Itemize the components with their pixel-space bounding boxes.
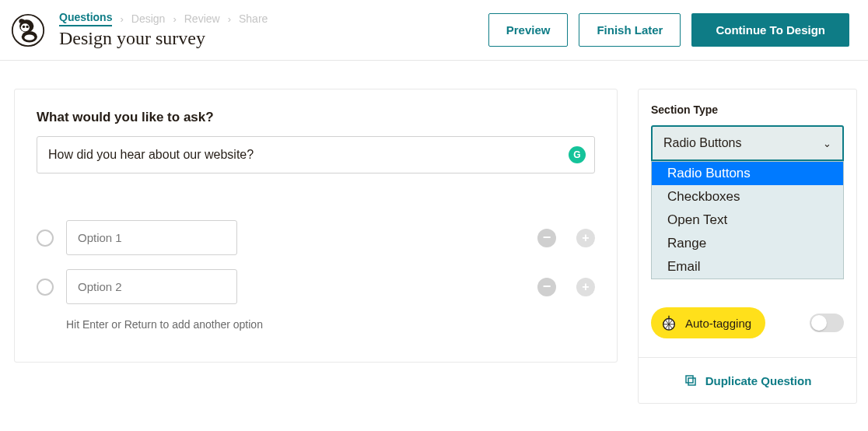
remove-option-button[interactable]: −: [537, 229, 556, 247]
svg-point-4: [26, 25, 28, 27]
content: What would you like to ask? G − + − + Hi…: [0, 61, 868, 404]
duplicate-label: Duplicate Question: [705, 374, 812, 387]
dropdown-item-range[interactable]: Range: [652, 232, 843, 255]
radio-icon: [37, 279, 54, 296]
main-panel: What would you like to ask? G − + − + Hi…: [14, 89, 618, 363]
radio-icon: [37, 230, 54, 247]
svg-point-3: [23, 25, 25, 27]
question-row: G: [37, 136, 595, 173]
section-type-label: Section Type: [651, 103, 844, 116]
option-input-2[interactable]: [66, 269, 237, 304]
add-option-button[interactable]: +: [576, 229, 595, 247]
svg-rect-8: [688, 378, 695, 385]
grammarly-icon[interactable]: G: [569, 146, 586, 163]
dropdown-selected-label: Radio Buttons: [663, 136, 742, 150]
option-input-1[interactable]: [66, 220, 237, 255]
header-buttons: Preview Finish Later Continue To Design: [488, 13, 849, 47]
breadcrumb-share[interactable]: Share: [239, 12, 268, 25]
duplicate-question-button[interactable]: Duplicate Question: [651, 358, 844, 403]
auto-tagging-row: Auto-tagging: [651, 293, 844, 357]
option-hint: Hit Enter or Return to add another optio…: [66, 318, 595, 331]
disco-ball-icon: [660, 314, 677, 331]
chevron-down-icon: ⌄: [823, 138, 831, 149]
svg-rect-9: [686, 376, 693, 383]
dropdown-selected[interactable]: Radio Buttons ⌄: [651, 125, 844, 161]
preview-button[interactable]: Preview: [488, 13, 569, 47]
page-title: Design your survey: [59, 28, 474, 49]
header: Questions › Design › Review › Share Desi…: [0, 0, 868, 61]
chevron-right-icon: ›: [228, 13, 231, 25]
add-option-button[interactable]: +: [576, 278, 595, 296]
option-row: − +: [37, 269, 595, 304]
dropdown-item-email[interactable]: Email: [652, 255, 843, 279]
side-panel: Section Type Toggle Other Option Radio B…: [638, 89, 857, 404]
mailchimp-logo: [11, 13, 45, 47]
chevron-right-icon: ›: [120, 13, 123, 25]
question-input[interactable]: [37, 136, 595, 173]
continue-button[interactable]: Continue To Design: [691, 13, 849, 47]
duplicate-icon: [684, 373, 698, 387]
finish-later-button[interactable]: Finish Later: [579, 13, 681, 47]
option-row: − +: [37, 220, 595, 255]
breadcrumb-design[interactable]: Design: [131, 12, 166, 25]
remove-option-button[interactable]: −: [537, 278, 556, 296]
breadcrumb: Questions › Design › Review › Share: [59, 11, 474, 26]
breadcrumb-review[interactable]: Review: [184, 12, 220, 25]
svg-point-6: [24, 34, 34, 40]
dropdown-item-radio[interactable]: Radio Buttons: [652, 162, 843, 185]
question-label: What would you like to ask?: [37, 110, 595, 125]
dropdown-item-checkboxes[interactable]: Checkboxes: [652, 185, 843, 208]
auto-tagging-pill[interactable]: Auto-tagging: [651, 307, 765, 338]
dropdown-list: Radio Buttons Checkboxes Open Text Range…: [651, 161, 844, 279]
auto-tagging-switch[interactable]: [810, 314, 844, 332]
header-left: Questions › Design › Review › Share Desi…: [59, 11, 474, 49]
section-type-dropdown: Radio Buttons ⌄ Radio Buttons Checkboxes…: [651, 125, 844, 161]
auto-tagging-label: Auto-tagging: [685, 317, 751, 330]
breadcrumb-questions[interactable]: Questions: [59, 11, 112, 26]
dropdown-item-opentext[interactable]: Open Text: [652, 208, 843, 232]
chevron-right-icon: ›: [173, 13, 176, 25]
